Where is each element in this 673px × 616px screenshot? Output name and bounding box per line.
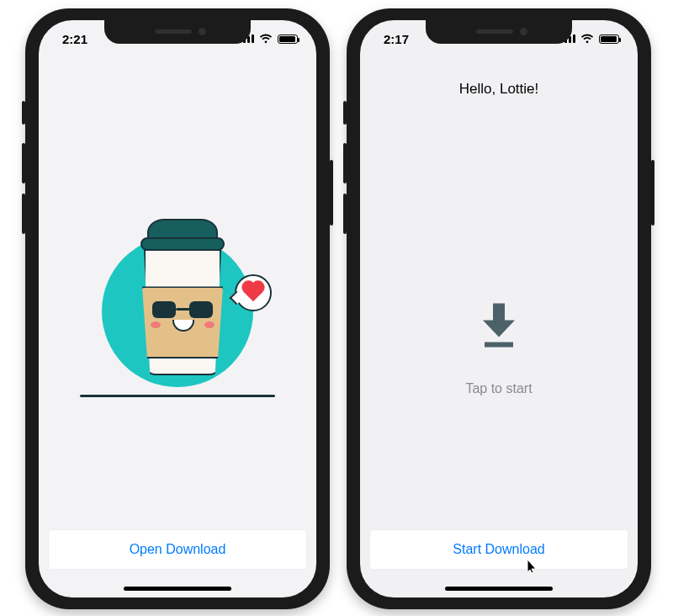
speech-bubble-icon	[235, 274, 272, 311]
cup-lid-rim-icon	[140, 237, 225, 251]
volume-down-button	[22, 194, 25, 234]
silence-switch	[343, 101, 347, 125]
power-button	[330, 160, 333, 226]
notch	[104, 20, 251, 44]
content-right: Hello, Lottie! Tap to start Start Downlo…	[360, 57, 638, 597]
power-button	[651, 160, 654, 226]
sunglasses-bridge-icon	[176, 308, 191, 311]
heart-icon	[244, 283, 263, 302]
notch	[426, 20, 572, 44]
wifi-icon	[580, 34, 594, 44]
silence-switch	[22, 101, 25, 125]
smile-icon	[172, 320, 194, 332]
phone-frame-left: 2:21	[25, 8, 330, 609]
start-download-button[interactable]: Start Download	[370, 530, 628, 569]
ground-line-icon	[80, 395, 275, 397]
battery-icon	[599, 35, 619, 44]
svg-rect-0	[485, 343, 513, 348]
status-time: 2:17	[384, 32, 409, 46]
wifi-icon	[259, 34, 273, 44]
hint-text: Tap to start	[360, 381, 638, 396]
page-title: Hello, Lottie!	[360, 81, 638, 98]
screen-right: 2:17 Hello, Lottie!	[360, 20, 638, 597]
phone-frame-right: 2:17 Hello, Lottie!	[347, 8, 651, 609]
battery-icon	[278, 35, 298, 44]
volume-up-button	[22, 143, 25, 183]
download-arrow-icon	[476, 300, 522, 349]
button-label: Start Download	[453, 542, 544, 557]
sunglass-lens-right-icon	[189, 301, 213, 318]
open-download-button[interactable]: Open Download	[49, 530, 306, 569]
two-phone-mockup: 2:21	[0, 0, 673, 616]
blush-right-icon	[204, 321, 215, 328]
button-label: Open Download	[130, 542, 226, 557]
coffee-cup-illustration	[77, 185, 278, 404]
sunglass-lens-left-icon	[152, 301, 176, 318]
cup-face-icon	[151, 298, 215, 345]
screen-left: 2:21	[39, 20, 316, 597]
coffee-cup	[135, 219, 231, 387]
status-time: 2:21	[62, 32, 87, 46]
volume-down-button	[343, 194, 347, 234]
content-left: Open Download	[39, 57, 316, 597]
cup-lid-icon	[147, 219, 218, 239]
volume-up-button	[343, 143, 347, 183]
download-icon[interactable]	[476, 300, 522, 349]
blush-left-icon	[151, 321, 161, 328]
